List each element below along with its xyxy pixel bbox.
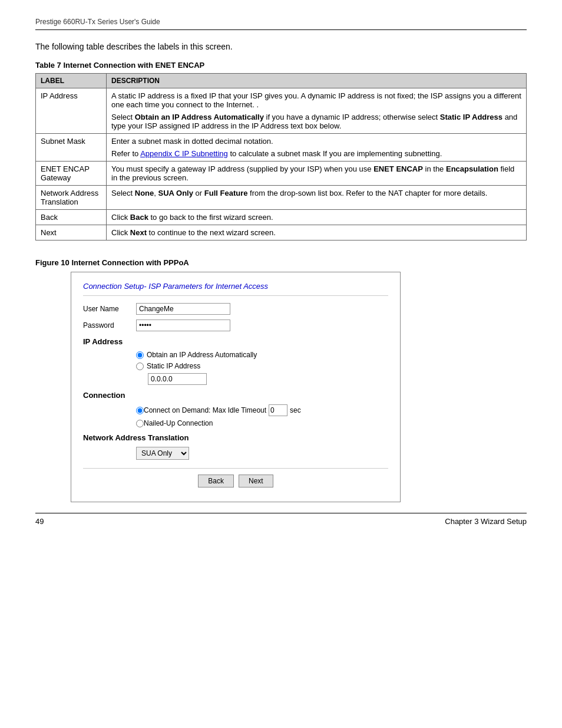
row-desc: Enter a subnet mask in dotted decimal no…: [107, 134, 527, 162]
row-label: Network Address Translation: [36, 186, 107, 210]
password-label: Password: [83, 321, 136, 330]
static-ip-input-row: [148, 373, 388, 385]
static-ip-input[interactable]: [148, 373, 207, 385]
ip-address-section-heading: IP Address: [83, 337, 388, 346]
header-title: Prestige 660RU-Tx Series User's Guide: [35, 18, 160, 26]
nat-select[interactable]: SUA Only None Full Feature: [136, 447, 189, 460]
connect-on-demand-radio[interactable]: [136, 407, 144, 414]
row-label: IP Address: [36, 88, 107, 134]
nailed-up-label: Nailed-Up Connection: [144, 419, 213, 427]
row-label: Next: [36, 225, 107, 241]
row-desc: Select None, SUA Only or Full Feature fr…: [107, 186, 527, 210]
table-caption: Table 7 Internet Connection with ENET EN…: [35, 61, 527, 70]
table-row: Back Click Back to go back to the first …: [36, 210, 527, 225]
obtain-ip-row: Obtain an IP Address Automatically: [136, 351, 388, 359]
data-table: LABEL DESCRIPTION IP Address A static IP…: [35, 73, 527, 241]
table-row: ENET ENCAP Gateway You must specify a ga…: [36, 162, 527, 186]
appendix-link[interactable]: Appendix C IP Subnetting: [140, 149, 228, 158]
button-row: Back Next: [83, 475, 388, 492]
obtain-ip-radio[interactable]: [136, 351, 144, 359]
row-desc: You must specify a gateway IP address (s…: [107, 162, 527, 186]
nailed-up-row: Nailed-Up Connection: [136, 419, 388, 427]
intro-text: The following table describes the labels…: [35, 42, 527, 51]
connection-section-heading: Connection: [83, 391, 388, 400]
timeout-input[interactable]: [269, 404, 287, 416]
page-footer: 49 Chapter 3 Wizard Setup: [35, 513, 527, 526]
row-desc: A static IP address is a fixed IP that y…: [107, 88, 527, 134]
table-row: IP Address A static IP address is a fixe…: [36, 88, 527, 134]
page-number: 49: [35, 517, 44, 526]
ui-divider: [83, 468, 388, 469]
username-row: User Name: [83, 303, 388, 315]
page-header: Prestige 660RU-Tx Series User's Guide: [35, 18, 527, 30]
chapter-label: Chapter 3 Wizard Setup: [445, 517, 527, 526]
static-ip-label: Static IP Address: [147, 362, 200, 370]
password-row: Password: [83, 319, 388, 331]
col-header-label: LABEL: [36, 74, 107, 88]
figure-caption: Figure 10 Internet Connection with PPPoA: [35, 258, 527, 267]
row-desc: Click Next to continue to the next wizar…: [107, 225, 527, 241]
username-input[interactable]: [136, 303, 230, 315]
table-row: Network Address Translation Select None,…: [36, 186, 527, 210]
table-row: Next Click Next to continue to the next …: [36, 225, 527, 241]
row-label: Back: [36, 210, 107, 225]
nat-select-row: SUA Only None Full Feature: [136, 447, 388, 460]
connect-on-demand-row: Connect on Demand: Max Idle Timeout sec: [136, 404, 388, 416]
password-input[interactable]: [136, 319, 230, 331]
nailed-up-radio[interactable]: [136, 420, 144, 427]
nat-section: Network Address Translation SUA Only Non…: [83, 433, 388, 460]
row-desc: Click Back to go back to the first wizar…: [107, 210, 527, 225]
username-label: User Name: [83, 305, 136, 313]
static-ip-row: Static IP Address: [136, 362, 388, 370]
ui-title: Connection Setup- ISP Parameters for Int…: [83, 282, 388, 296]
obtain-ip-label: Obtain an IP Address Automatically: [147, 351, 257, 359]
table-row: Subnet Mask Enter a subnet mask in dotte…: [36, 134, 527, 162]
col-header-desc: DESCRIPTION: [107, 74, 527, 88]
timeout-unit: sec: [290, 406, 301, 414]
back-button[interactable]: Back: [198, 475, 234, 487]
connect-on-demand-label: Connect on Demand: Max Idle Timeout: [144, 406, 266, 414]
nat-section-heading: Network Address Translation: [83, 433, 388, 442]
row-label: Subnet Mask: [36, 134, 107, 162]
ui-screenshot: Connection Setup- ISP Parameters for Int…: [71, 272, 401, 502]
row-label: ENET ENCAP Gateway: [36, 162, 107, 186]
next-button[interactable]: Next: [239, 475, 273, 487]
static-ip-radio[interactable]: [136, 363, 144, 370]
